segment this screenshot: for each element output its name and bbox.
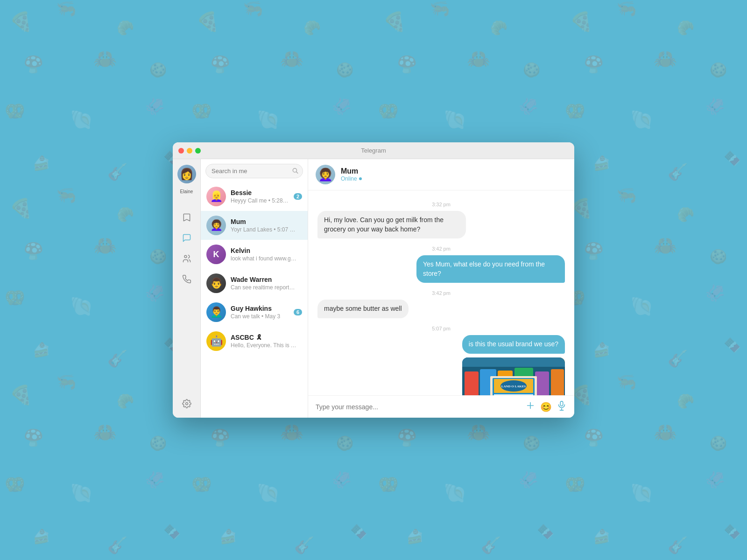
chat-preview-guy: Can we talk • May 3 — [231, 313, 289, 320]
chat-preview-kelvin: look what i found www.go... • 2:25 pm — [231, 255, 297, 262]
avatar-wade: 👨 — [206, 273, 226, 293]
chat-window: 👩‍🦱 Mum Online 3:32 pm Hi, my love. Can … — [308, 159, 574, 418]
chat-items: 👱‍♀️ Bessie Heyyy Call me • 5:28 pm 2 👩‍… — [201, 182, 308, 418]
svg-text:LAND O LAKES: LAND O LAKES — [501, 385, 526, 388]
chat-preview-wade: Can see realtime reported is... • Tue — [231, 284, 297, 291]
avatar-bessie: 👱‍♀️ — [206, 187, 226, 206]
chat-preview-mum: Yoyr Land Lakes • 5:07 pm — [231, 226, 297, 233]
msg-sent-1: Yes Mum, what else do you need from the … — [317, 255, 565, 283]
chat-header: 👩‍🦱 Mum Online — [308, 159, 574, 190]
contact-name-guy: Guy Hawkins — [231, 305, 289, 312]
avatar-kelvin: K — [206, 245, 226, 264]
svg-rect-17 — [494, 394, 533, 395]
title-bar: Telegram — [173, 142, 574, 159]
contacts-icon[interactable] — [178, 250, 195, 267]
calls-icon[interactable] — [178, 271, 195, 287]
message-input[interactable] — [316, 403, 521, 411]
settings-icon[interactable] — [178, 395, 195, 412]
contact-name-kelvin: Kelvin — [231, 247, 297, 254]
msg-bubble-sent-2: is this the usual brand we use? — [462, 335, 565, 354]
chat-item-wade[interactable]: 👨 Wade Warren Can see realtime reported … — [201, 269, 308, 298]
svg-line-3 — [296, 172, 298, 173]
chat-header-status: Online — [341, 175, 362, 182]
chat-list: 👱‍♀️ Bessie Heyyy Call me • 5:28 pm 2 👩‍… — [201, 159, 308, 418]
chat-item-bessie[interactable]: 👱‍♀️ Bessie Heyyy Call me • 5:28 pm 2 — [201, 182, 308, 211]
close-button[interactable] — [178, 148, 184, 154]
chat-info-mum: Mum Yoyr Land Lakes • 5:07 pm — [231, 218, 297, 233]
chat-header-info: Mum Online — [341, 167, 362, 182]
sidebar-username: Elaine — [180, 189, 193, 194]
contact-name-ascbc: ASCBC 🎗 — [231, 334, 297, 341]
timestamp-3: 3:42 pm — [317, 290, 565, 296]
chat-info-wade: Wade Warren Can see realtime reported is… — [231, 276, 297, 291]
msg-bubble-received-2: maybe some butter as well — [317, 300, 409, 318]
svg-point-0 — [184, 255, 187, 258]
app-body: 👩 Elaine — [173, 159, 574, 418]
contact-name-bessie: Bessie — [231, 189, 289, 196]
avatar-ascbc: 🤖 — [206, 331, 226, 351]
chat-preview-bessie: Heyyy Call me • 5:28 pm — [231, 197, 289, 204]
svg-rect-22 — [560, 401, 563, 406]
svg-rect-6 — [465, 371, 479, 395]
input-area: 😊 — [308, 395, 574, 418]
msg-bubble-sent-1: Yes Mum, what else do you need from the … — [416, 255, 565, 283]
product-image[interactable]: LAND O LAKES BUTTER — [462, 357, 565, 395]
chat-info-guy: Guy Hawkins Can we talk • May 3 — [231, 305, 289, 320]
svg-rect-10 — [535, 371, 549, 395]
svg-rect-11 — [551, 369, 564, 395]
chat-info-ascbc: ASCBC 🎗 Hello, Everyone. This is ASC... … — [231, 334, 297, 349]
search-icon — [292, 167, 298, 175]
attach-icon[interactable] — [525, 400, 536, 413]
window-controls — [178, 148, 201, 154]
timestamp-2: 3:42 pm — [317, 246, 565, 252]
minimize-button[interactable] — [187, 148, 192, 154]
msg-sent-image: LAND O LAKES BUTTER Land Lakes — [317, 357, 565, 395]
chat-item-kelvin[interactable]: K Kelvin look what i found www.go... • 2… — [201, 240, 308, 269]
chat-item-mum[interactable]: 👩‍🦱 Mum Yoyr Land Lakes • 5:07 pm — [201, 211, 308, 240]
mic-icon[interactable] — [557, 400, 567, 413]
chat-preview-ascbc: Hello, Everyone. This is ASC... • Apr 21 — [231, 342, 297, 349]
badge-guy: 6 — [294, 309, 302, 315]
svg-point-1 — [185, 403, 188, 405]
status-dot — [359, 177, 362, 180]
search-bar — [201, 159, 308, 182]
emoji-icon[interactable]: 😊 — [540, 401, 552, 413]
chat-meta-bessie: 2 — [294, 193, 302, 200]
chat-info-kelvin: Kelvin look what i found www.go... • 2:2… — [231, 247, 297, 262]
timestamp-4: 5:07 pm — [317, 326, 565, 331]
chat-meta-guy: 6 — [294, 309, 302, 315]
maximize-button[interactable] — [195, 148, 201, 154]
chat-item-ascbc[interactable]: 🤖 ASCBC 🎗 Hello, Everyone. This is ASC..… — [201, 327, 308, 356]
msg-bubble-received-1: Hi, my love. Can you go get milk from th… — [317, 211, 466, 238]
bookmark-icon[interactable] — [178, 209, 195, 226]
search-input-wrap — [205, 164, 303, 178]
app-title: Telegram — [361, 147, 386, 154]
avatar-mum: 👩‍🦱 — [206, 216, 226, 235]
avatar-guy: 👨‍🦱 — [206, 302, 226, 322]
chat-info-bessie: Bessie Heyyy Call me • 5:28 pm — [231, 189, 289, 204]
chat-icon[interactable] — [178, 230, 195, 246]
product-image-inner: LAND O LAKES BUTTER — [462, 357, 565, 395]
app-window: Telegram 👩 Elaine — [173, 142, 574, 418]
contact-name-mum: Mum — [231, 218, 297, 225]
chat-header-avatar-inner: 👩‍🦱 — [316, 165, 335, 184]
msg-received-1: Hi, my love. Can you go get milk from th… — [317, 211, 565, 238]
msg-received-2: maybe some butter as well — [317, 300, 565, 318]
messages-area[interactable]: 3:32 pm Hi, my love. Can you go get milk… — [308, 190, 574, 395]
sidebar: 👩 Elaine — [173, 159, 201, 418]
user-avatar[interactable]: 👩 — [177, 165, 196, 183]
msg-sent-2: is this the usual brand we use? — [317, 335, 565, 354]
timestamp-1: 3:32 pm — [317, 202, 565, 207]
contact-name-wade: Wade Warren — [231, 276, 297, 283]
status-text: Online — [341, 175, 357, 182]
chat-item-guy[interactable]: 👨‍🦱 Guy Hawkins Can we talk • May 3 6 — [201, 298, 308, 327]
chat-header-avatar: 👩‍🦱 — [316, 165, 335, 184]
search-input[interactable] — [205, 164, 303, 178]
chat-header-name: Mum — [341, 167, 362, 175]
badge-bessie: 2 — [294, 193, 302, 200]
